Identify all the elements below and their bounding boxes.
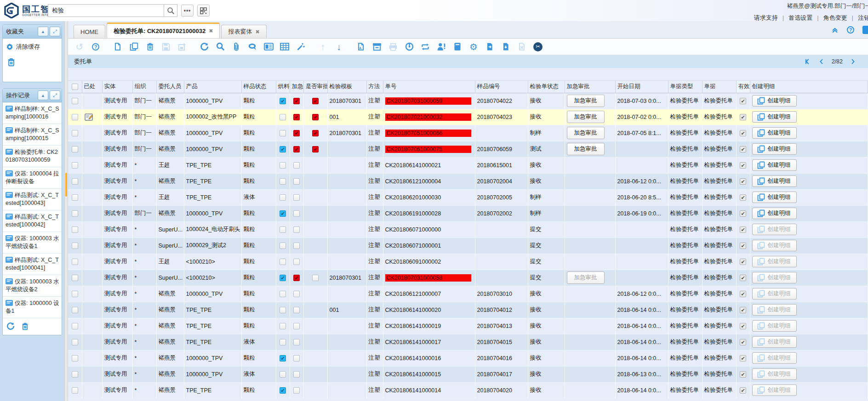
column-header[interactable]: 方法 xyxy=(366,81,383,93)
column-header[interactable]: 检验单状态 xyxy=(528,81,565,93)
help-icon[interactable]: ? xyxy=(847,26,854,34)
table-row[interactable]: 测试专用*SuperU...1000029_测试2颗粒注塑CK201806071… xyxy=(68,237,868,254)
new-icon[interactable] xyxy=(113,42,123,52)
column-header[interactable]: 已处 xyxy=(82,81,102,93)
row-select-checkbox[interactable] xyxy=(72,226,78,233)
urgent-checkbox[interactable] xyxy=(293,291,300,297)
favorites-item-clear-cache[interactable]: 清除缓存 xyxy=(3,39,62,54)
bake-checkbox[interactable]: ✔ xyxy=(280,355,286,361)
history-item[interactable]: 仪器: 1000003 水平燃烧设备2 xyxy=(3,275,62,297)
bake-checkbox[interactable] xyxy=(280,307,286,313)
select-all-checkbox[interactable] xyxy=(72,84,78,90)
history-item[interactable]: 仪器: 1000003 水平燃烧设备1 xyxy=(3,232,62,254)
row-select-checkbox[interactable] xyxy=(72,307,78,313)
table-row[interactable]: 测试专用*褚燕景1000000_TPV颗粒注塑CK201806121000007… xyxy=(68,286,868,302)
valid-checkbox[interactable]: ✔ xyxy=(740,130,746,136)
table-row[interactable]: 测试专用*王超TPE_TPE液体注塑CK20180620100003020180… xyxy=(68,189,868,205)
partial-edge-icon[interactable] xyxy=(862,26,868,34)
comment-icon[interactable] xyxy=(247,42,257,52)
bake-checkbox[interactable]: ✔ xyxy=(280,98,286,104)
urgent-checkbox[interactable] xyxy=(293,387,300,394)
column-header[interactable]: 样品状态 xyxy=(241,81,276,93)
bake-checkbox[interactable] xyxy=(280,243,286,249)
first-page-icon[interactable] xyxy=(804,58,811,65)
tab-report-window[interactable]: 报表窗体✖ xyxy=(221,25,266,38)
column-header[interactable]: 样品编号 xyxy=(475,81,528,93)
column-header[interactable]: 委托人员 xyxy=(156,81,184,93)
row-select-checkbox[interactable] xyxy=(72,194,78,201)
urgent-checkbox[interactable] xyxy=(293,194,300,201)
table-row[interactable]: 测试专用部门一褚燕景1000000_TPV颗粒✔✔✔注塑CK2018070610… xyxy=(68,141,868,157)
column-header[interactable]: 开始日期 xyxy=(615,81,668,93)
bake-checkbox[interactable] xyxy=(280,114,286,120)
column-header[interactable]: 加急 xyxy=(290,81,303,93)
create-detail-button[interactable]: 创建明细 xyxy=(752,192,797,203)
export-down-icon[interactable]: ↓ xyxy=(334,42,344,52)
urgent-checkbox[interactable]: ✔ xyxy=(293,275,300,281)
history-item[interactable]: 检验委托单: CK201807031000059 xyxy=(3,146,62,167)
wand-icon[interactable] xyxy=(296,42,306,52)
bake-checkbox[interactable] xyxy=(280,323,286,329)
history-item[interactable]: 仪器: 1000004 拉伸断裂设备 xyxy=(3,167,62,189)
file-save-icon[interactable] xyxy=(501,42,511,52)
bake-checkbox[interactable]: ✔ xyxy=(280,387,286,394)
qr-code-button[interactable] xyxy=(197,5,210,17)
table-row[interactable]: 测试专用*王超<1000210>颗粒注塑CK201806091000002提交检… xyxy=(68,254,868,270)
favorites-trash-button[interactable] xyxy=(7,57,16,67)
column-header[interactable]: 单据 xyxy=(702,81,736,93)
next-page-icon[interactable] xyxy=(850,58,856,65)
report-icon[interactable] xyxy=(452,42,463,52)
table-row[interactable]: 测试专用部门一褚燕景1000000_TPV颗粒✔注塑CK201806191000… xyxy=(68,205,868,221)
card-view-icon[interactable] xyxy=(263,42,274,52)
bake-checkbox[interactable]: ✔ xyxy=(280,146,286,152)
tab-close-icon[interactable]: ✖ xyxy=(255,29,259,35)
urgent-checkbox[interactable] xyxy=(293,178,300,185)
urgent-checkbox[interactable]: ✔ xyxy=(293,146,300,152)
valid-checkbox[interactable]: ✔ xyxy=(740,291,746,297)
assign-icon[interactable] xyxy=(436,42,446,52)
create-detail-button[interactable]: 创建明细 xyxy=(752,143,797,155)
urgent-checkbox[interactable] xyxy=(293,339,300,345)
close-task-icon[interactable]: ✂ xyxy=(533,42,543,52)
table-row[interactable]: 测试专用*褚燕景TPE_TPE颗粒注塑CK2018061410000192018… xyxy=(68,318,868,334)
table-row[interactable]: 测试专用*SuperU...<1000210>颗粒✔✔2018070301注塑C… xyxy=(68,270,868,286)
row-select-checkbox[interactable] xyxy=(72,98,78,104)
row-select-checkbox[interactable] xyxy=(72,339,78,345)
settings-icon[interactable]: ⚙ xyxy=(468,42,479,52)
favorites-collapse-button[interactable]: ▲ xyxy=(38,27,48,36)
history-expand-button[interactable]: ⤢ xyxy=(50,90,60,100)
archive-icon[interactable] xyxy=(372,42,382,52)
history-trash-button[interactable] xyxy=(21,322,29,330)
apply-icon[interactable] xyxy=(404,42,414,52)
urgent-checkbox[interactable] xyxy=(293,371,300,378)
tab-home[interactable]: HOME xyxy=(74,25,105,38)
urgent-approve-button[interactable]: 加急审批 xyxy=(567,95,605,107)
bake-checkbox[interactable] xyxy=(280,259,286,265)
urgent-checkbox[interactable] xyxy=(293,323,300,329)
header-link[interactable]: 注销 xyxy=(853,14,868,21)
valid-checkbox[interactable]: ✔ xyxy=(740,259,746,265)
workflow-icon[interactable] xyxy=(420,42,430,52)
row-select-checkbox[interactable] xyxy=(72,291,78,297)
valid-checkbox[interactable]: ✔ xyxy=(740,226,746,233)
valid-checkbox[interactable]: ✔ xyxy=(740,307,746,313)
valid-checkbox[interactable]: ✔ xyxy=(740,194,746,201)
sidebar-splitter[interactable] xyxy=(64,21,68,401)
bake-checkbox[interactable] xyxy=(280,194,286,201)
urgent-checkbox[interactable]: ✔ xyxy=(293,114,300,120)
column-header[interactable]: 组织 xyxy=(132,81,156,93)
row-select-checkbox[interactable] xyxy=(72,387,78,394)
tab-close-icon[interactable]: ✖ xyxy=(209,28,213,34)
row-select-checkbox[interactable] xyxy=(72,130,78,136)
create-detail-button[interactable]: 创建明细 xyxy=(752,159,797,171)
history-item[interactable]: 样品制样: X_C_Samping[1000016 xyxy=(3,102,62,124)
grid-view-icon[interactable] xyxy=(280,42,290,52)
urgent-checkbox[interactable] xyxy=(293,259,300,265)
create-detail-button[interactable]: 创建明细 xyxy=(752,95,797,107)
table-row[interactable]: 测试专用*SuperU...1000024_电动牙刷头颗粒注塑CK2018060… xyxy=(68,221,868,237)
pdf-icon[interactable]: A xyxy=(356,42,366,52)
table-row[interactable]: 测试专用部门一褚燕景1000000_TPV颗粒✔✔2018070301注塑CK2… xyxy=(68,125,868,141)
row-select-checkbox[interactable] xyxy=(72,323,78,329)
urgent-checkbox[interactable]: ✔ xyxy=(293,98,300,104)
bake-checkbox[interactable] xyxy=(280,130,286,136)
